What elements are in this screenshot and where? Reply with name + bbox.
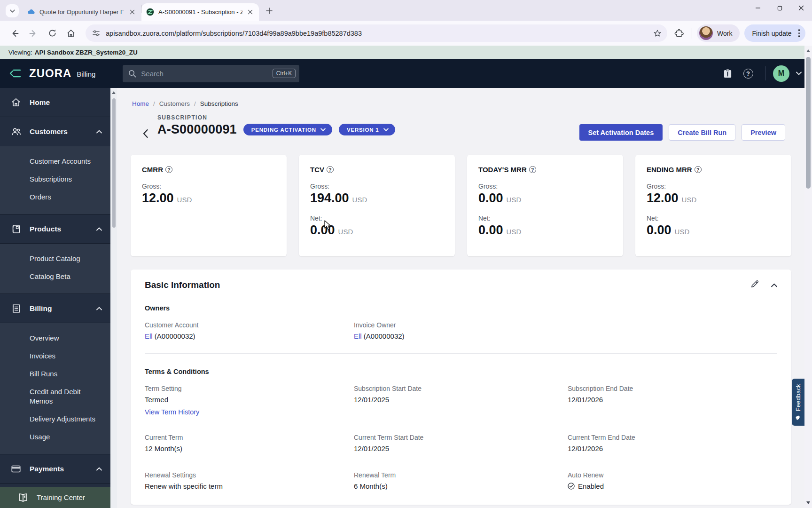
new-tab-button[interactable]: [263, 4, 276, 17]
megaphone-icon: [795, 414, 801, 421]
invoice-owner-link[interactable]: Ell: [354, 332, 362, 340]
reload-button[interactable]: [44, 25, 60, 41]
field-label: Auto Renew: [568, 471, 777, 479]
gross-value: 0.00: [478, 191, 503, 206]
browser-tab-subscription[interactable]: A-S00000091 - Subscription - Z: [141, 3, 259, 21]
terms-heading: Terms & Conditions: [145, 368, 777, 375]
feedback-tab[interactable]: Feedback: [792, 379, 804, 426]
create-bill-run-button[interactable]: Create Bill Run: [669, 124, 735, 141]
tab-title: A-S00000091 - Subscription - Z: [158, 8, 242, 16]
avatar: [699, 26, 713, 40]
metric-card-ending-mrr: ENDING MRR? Gross: 12.00USD Net: 0.00USD: [635, 155, 791, 256]
chevron-down-icon: [320, 128, 326, 131]
sidebar-item-product-catalog[interactable]: Product Catalog: [0, 250, 110, 268]
sidebar-item-usage[interactable]: Usage: [0, 428, 110, 446]
status-badge[interactable]: PENDING ACTIVATION: [243, 124, 332, 135]
scroll-up-arrow-icon[interactable]: [112, 91, 116, 94]
finish-update-label: Finish update: [752, 30, 791, 37]
bookmark-star-icon[interactable]: [650, 26, 664, 40]
feedback-label: Feedback: [795, 384, 802, 411]
currency-label: USD: [675, 228, 690, 236]
page-scrollbar[interactable]: [804, 46, 812, 508]
sidebar-item-customer-accounts[interactable]: Customer Accounts: [0, 152, 110, 170]
sidebar-item-training-center[interactable]: Training Center: [0, 487, 110, 508]
sidebar-item-customers[interactable]: Customers: [0, 117, 110, 146]
sidebar-item-delivery-adjustments[interactable]: Delivery Adjustments: [0, 410, 110, 428]
products-icon: [10, 224, 22, 234]
global-search[interactable]: Ctrl+K: [123, 65, 299, 82]
sidebar-item-payments[interactable]: Payments: [0, 454, 110, 484]
user-avatar[interactable]: M: [773, 65, 789, 82]
sidebar-nav: Home Customers Customer Accounts Subscri…: [0, 88, 110, 508]
field-value: 12/01/2025: [354, 444, 568, 452]
browser-menu-icon[interactable]: [796, 27, 802, 39]
tab-close-icon[interactable]: [128, 8, 136, 16]
basic-information-panel: Basic Information Owners Customer Accoun…: [131, 270, 791, 505]
help-icon[interactable]: ?: [165, 166, 172, 173]
help-icon[interactable]: ?: [529, 166, 536, 173]
view-term-history-link[interactable]: View Term History: [145, 408, 354, 416]
tab-search-button[interactable]: [6, 4, 19, 17]
sidebar-item-home[interactable]: Home: [0, 88, 110, 117]
sidebar-item-credit-debit-memos[interactable]: Credit and Debit Memos: [0, 383, 101, 410]
maximize-button[interactable]: [769, 0, 790, 16]
sidebar-item-bill-runs[interactable]: Bill Runs: [0, 365, 110, 383]
edit-pencil-icon[interactable]: [750, 280, 759, 290]
currency-label: USD: [177, 196, 192, 204]
payments-icon: [10, 464, 22, 474]
tasks-alert-icon[interactable]: [719, 65, 736, 82]
home-button[interactable]: [63, 25, 79, 41]
sidebar-billing-submenu: Overview Invoices Bill Runs Credit and D…: [0, 323, 110, 454]
help-icon[interactable]: ?: [740, 65, 757, 82]
field-invoice-owner: Invoice Owner Ell (A00000032): [354, 321, 777, 340]
scrollbar-thumb[interactable]: [112, 98, 116, 228]
version-badge[interactable]: VERSION 1: [339, 124, 395, 135]
address-bar[interactable]: apisandbox.zuora.com/platform/subscripti…: [86, 24, 667, 42]
collapse-section-icon[interactable]: [771, 281, 777, 289]
back-chevron-icon[interactable]: [141, 127, 150, 140]
extensions-icon[interactable]: [671, 25, 687, 41]
scrollbar-thumb[interactable]: [806, 57, 811, 189]
close-button[interactable]: [790, 0, 812, 16]
field-auto-renew: Auto Renew Enabled: [568, 471, 777, 492]
url-text[interactable]: apisandbox.zuora.com/platform/subscripti…: [106, 30, 650, 37]
sidebar-item-label: Home: [30, 98, 50, 107]
tab-close-icon[interactable]: [246, 8, 254, 16]
scroll-down-arrow-icon[interactable]: [806, 501, 810, 504]
sidebar-scrollbar[interactable]: [110, 88, 117, 508]
metric-title: CMRR: [142, 166, 163, 174]
user-menu-chevron-icon[interactable]: [796, 71, 802, 75]
field-label: Renewal Term: [354, 471, 568, 479]
finish-update-button[interactable]: Finish update: [744, 24, 805, 42]
sidebar-item-orders[interactable]: Orders: [0, 188, 110, 206]
sidebar-item-billing[interactable]: Billing: [0, 294, 110, 323]
sidebar-item-products[interactable]: Products: [0, 214, 110, 244]
set-activation-dates-button[interactable]: Set Activation Dates: [579, 124, 663, 141]
minimize-button[interactable]: [747, 0, 769, 16]
sidebar-item-label: Customers: [30, 127, 68, 136]
breadcrumb-subscriptions[interactable]: Subscriptions: [200, 100, 238, 107]
net-label: Net:: [647, 214, 780, 222]
field-value: 12/01/2025: [354, 396, 568, 404]
field-value: 12/01/2026: [568, 396, 777, 404]
browser-tab-quote[interactable]: Quote for Oppurtunity Harper F: [23, 3, 141, 21]
sidebar-item-subscriptions[interactable]: Subscriptions: [0, 170, 110, 188]
help-icon[interactable]: ?: [327, 166, 334, 173]
toolbar-divider: [692, 28, 692, 39]
sidebar-item-catalog-beta[interactable]: Catalog Beta: [0, 268, 110, 286]
collapse-menu-icon[interactable]: [9, 69, 21, 78]
breadcrumb-separator: /: [194, 100, 196, 107]
browser-profile-button[interactable]: Work: [697, 24, 740, 42]
breadcrumb-home[interactable]: Home: [132, 100, 149, 107]
customer-account-link[interactable]: Ell: [145, 332, 153, 340]
sidebar-item-invoices[interactable]: Invoices: [0, 347, 110, 365]
breadcrumb-customers[interactable]: Customers: [159, 100, 190, 107]
sidebar-customers-submenu: Customer Accounts Subscriptions Orders: [0, 146, 110, 214]
scroll-up-arrow-icon[interactable]: [806, 49, 810, 52]
search-input[interactable]: [141, 70, 272, 78]
back-button[interactable]: [7, 25, 23, 41]
sidebar-item-overview[interactable]: Overview: [0, 329, 110, 347]
help-icon[interactable]: ?: [695, 166, 702, 173]
preview-button[interactable]: Preview: [742, 124, 785, 141]
forward-button[interactable]: [25, 25, 41, 41]
